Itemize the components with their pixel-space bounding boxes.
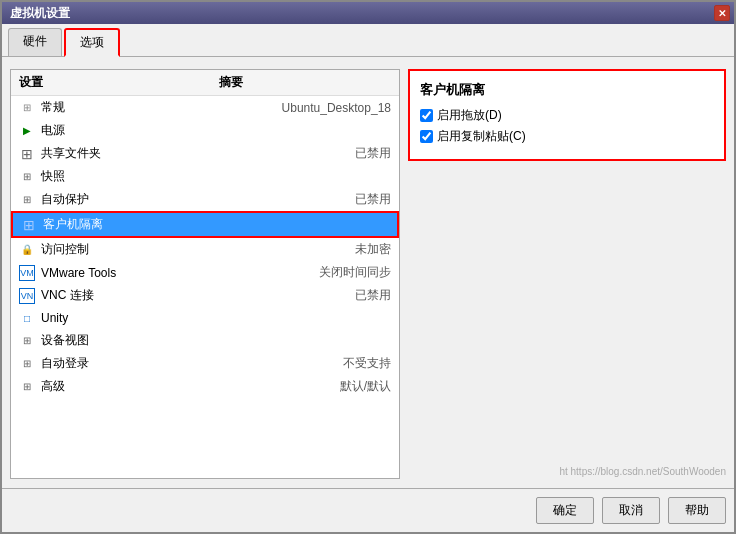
- settings-list: ⊞ 常规 Ubuntu_Desktop_18 ▶ 电源 ⊞ 共享文件夹 已禁用: [11, 96, 399, 479]
- cancel-button[interactable]: 取消: [602, 497, 660, 524]
- isolation-settings-box: 客户机隔离 启用拖放(D) 启用复制粘贴(C): [408, 69, 726, 161]
- vmwaretools-label: VMware Tools: [41, 266, 293, 280]
- snapshot-icon: ⊞: [19, 169, 35, 185]
- clipboard-checkbox[interactable]: [420, 130, 433, 143]
- vnc-label: VNC 连接: [41, 287, 329, 304]
- deviceview-label: 设备视图: [41, 332, 365, 349]
- settings-item-power[interactable]: ▶ 电源: [11, 119, 399, 142]
- general-label: 常规: [41, 99, 256, 116]
- shared-label: 共享文件夹: [41, 145, 329, 162]
- right-panel: 客户机隔离 启用拖放(D) 启用复制粘贴(C): [408, 69, 726, 479]
- close-button[interactable]: ✕: [714, 5, 730, 21]
- shared-summary: 已禁用: [355, 145, 391, 162]
- power-label: 电源: [41, 122, 365, 139]
- vmwaretools-summary: 关闭时间同步: [319, 264, 391, 281]
- settings-item-vmwaretools[interactable]: VM VMware Tools 关闭时间同步: [11, 261, 399, 284]
- vnc-summary: 已禁用: [355, 287, 391, 304]
- vnc-icon: VN: [19, 288, 35, 304]
- general-icon: ⊞: [19, 100, 35, 116]
- settings-item-autologon[interactable]: ⊞ 自动登录 不受支持: [11, 352, 399, 375]
- col-settings: 设置: [19, 74, 139, 91]
- vmwaretools-icon: VM: [19, 265, 35, 281]
- clipboard-label[interactable]: 启用复制粘贴(C): [437, 128, 526, 145]
- window-title: 虚拟机设置: [6, 5, 70, 22]
- tab-hardware[interactable]: 硬件: [8, 28, 62, 56]
- settings-item-accesscontrol[interactable]: 🔒 访问控制 未加密: [11, 238, 399, 261]
- dnd-label[interactable]: 启用拖放(D): [437, 107, 502, 124]
- deviceview-icon: ⊞: [19, 333, 35, 349]
- main-window: 虚拟机设置 ✕ 硬件 选项 设置 摘要 ⊞ 常规 Ubuntu_Desktop_…: [0, 0, 736, 534]
- isolation-label: 客户机隔离: [43, 216, 363, 233]
- general-summary: Ubuntu_Desktop_18: [282, 101, 391, 115]
- advanced-label: 高级: [41, 378, 314, 395]
- snapshot-label: 快照: [41, 168, 365, 185]
- tab-bar: 硬件 选项: [2, 24, 734, 57]
- clipboard-row: 启用复制粘贴(C): [420, 128, 714, 145]
- autoprotect-summary: 已禁用: [355, 191, 391, 208]
- autologon-icon: ⊞: [19, 356, 35, 372]
- help-button[interactable]: 帮助: [668, 497, 726, 524]
- settings-header: 设置 摘要: [11, 70, 399, 96]
- autoprotect-label: 自动保护: [41, 191, 329, 208]
- dnd-row: 启用拖放(D): [420, 107, 714, 124]
- settings-item-snapshot[interactable]: ⊞ 快照: [11, 165, 399, 188]
- advanced-icon: ⊞: [19, 379, 35, 395]
- ok-button[interactable]: 确定: [536, 497, 594, 524]
- settings-item-autoprotect[interactable]: ⊞ 自动保护 已禁用: [11, 188, 399, 211]
- power-icon: ▶: [19, 123, 35, 139]
- settings-item-advanced[interactable]: ⊞ 高级 默认/默认: [11, 375, 399, 398]
- accesscontrol-label: 访问控制: [41, 241, 329, 258]
- unity-label: Unity: [41, 311, 365, 325]
- settings-item-isolation[interactable]: ⊞ 客户机隔离: [11, 211, 399, 238]
- settings-item-unity[interactable]: □ Unity: [11, 307, 399, 329]
- settings-item-deviceview[interactable]: ⊞ 设备视图: [11, 329, 399, 352]
- settings-panel: 设置 摘要 ⊞ 常规 Ubuntu_Desktop_18 ▶ 电源: [10, 69, 400, 479]
- isolation-title: 客户机隔离: [420, 81, 714, 99]
- autologon-summary: 不受支持: [343, 355, 391, 372]
- settings-item-vnc[interactable]: VN VNC 连接 已禁用: [11, 284, 399, 307]
- isolation-icon: ⊞: [21, 217, 37, 233]
- settings-item-shared[interactable]: ⊞ 共享文件夹 已禁用: [11, 142, 399, 165]
- accesscontrol-icon: 🔒: [19, 242, 35, 258]
- content-area: 设置 摘要 ⊞ 常规 Ubuntu_Desktop_18 ▶ 电源: [2, 61, 734, 487]
- tab-options[interactable]: 选项: [64, 28, 120, 57]
- watermark: ht https://blog.csdn.net/SouthWooden: [559, 466, 726, 477]
- dnd-checkbox[interactable]: [420, 109, 433, 122]
- col-summary: 摘要: [219, 74, 243, 91]
- autologon-label: 自动登录: [41, 355, 317, 372]
- titlebar: 虚拟机设置 ✕: [2, 2, 734, 24]
- accesscontrol-summary: 未加密: [355, 241, 391, 258]
- shared-icon: ⊞: [19, 146, 35, 162]
- button-bar: 确定 取消 帮助: [2, 488, 734, 532]
- advanced-summary: 默认/默认: [340, 378, 391, 395]
- unity-icon: □: [19, 310, 35, 326]
- autoprotect-icon: ⊞: [19, 192, 35, 208]
- settings-item-general[interactable]: ⊞ 常规 Ubuntu_Desktop_18: [11, 96, 399, 119]
